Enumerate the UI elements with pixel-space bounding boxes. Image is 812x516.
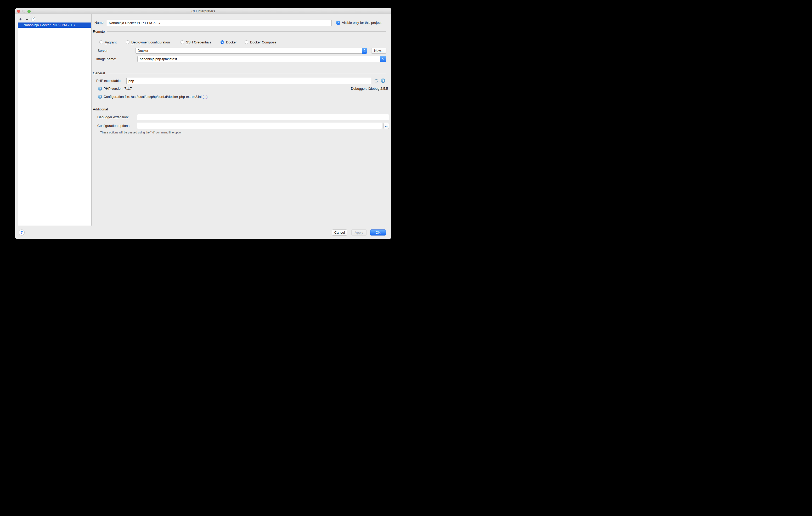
- additional-section-label: Additional: [93, 107, 108, 111]
- visible-project-label: Visible only for this project: [342, 20, 381, 26]
- apply-button[interactable]: Apply: [351, 229, 367, 235]
- remove-interpreter-button[interactable]: −: [26, 17, 29, 22]
- server-select-spinner-icon[interactable]: [362, 48, 367, 54]
- minimize-button[interactable]: [22, 10, 25, 13]
- general-section-label: General: [93, 71, 105, 75]
- php-version-info-icon: i: [98, 87, 102, 90]
- radio-deployment-configuration[interactable]: Deployment configuration: [126, 39, 170, 45]
- options-hint-text: These options will be passed using the "…: [100, 131, 182, 134]
- visible-project-checkbox[interactable]: ✓: [337, 21, 340, 25]
- remote-section-label: Remote: [93, 30, 105, 33]
- cancel-button[interactable]: Cancel: [332, 229, 347, 235]
- image-name-combobox[interactable]: nanoninja/php-fpm:latest: [137, 56, 386, 62]
- cli-interpreters-dialog: CLI Interpreters + − Nanoninja Docker PH…: [15, 8, 392, 239]
- interpreter-list: Nanoninja Docker PHP-FPM 7.1.7: [18, 23, 91, 226]
- image-name-dropdown-icon[interactable]: [380, 56, 386, 62]
- configuration-options-label: Configuration options:: [97, 123, 130, 129]
- image-name-value: nanoninja/php-fpm:latest: [140, 56, 177, 62]
- server-select-value: Docker: [138, 48, 148, 53]
- additional-section-header: Additional: [93, 107, 388, 111]
- radio-icon[interactable]: [180, 40, 184, 44]
- reload-php-info-icon[interactable]: [374, 79, 379, 84]
- name-input[interactable]: [107, 20, 332, 26]
- browse-options-button[interactable]: ...: [383, 123, 389, 129]
- image-name-label: Image name:: [96, 56, 116, 62]
- php-executable-label: PHP executable:: [96, 78, 122, 84]
- server-label: Server:: [97, 48, 109, 54]
- debugger-version-text: Debugger: Xdebug 2.5.5: [351, 86, 388, 91]
- radio-label: Docker: [226, 40, 237, 44]
- title-bar[interactable]: CLI Interpreters: [15, 8, 392, 14]
- debugger-extension-label: Debugger extension:: [97, 114, 129, 120]
- php-executable-input[interactable]: [126, 78, 371, 84]
- radio-label: Vagrant: [105, 40, 117, 44]
- ok-button[interactable]: OK: [370, 229, 386, 235]
- radio-ssh-credentials[interactable]: SSH Credentials: [180, 39, 211, 45]
- radio-docker-compose[interactable]: Docker Compose: [244, 39, 276, 45]
- help-button[interactable]: ?: [19, 229, 25, 235]
- config-file-text: Configuration file: /usr/local/etc/php/c…: [104, 94, 207, 99]
- config-file-expand-link[interactable]: (...): [202, 95, 208, 98]
- sidebar-divider: [91, 14, 92, 226]
- remote-section-header: Remote: [93, 30, 388, 33]
- config-file-info-icon: i: [98, 95, 102, 98]
- close-button[interactable]: [17, 10, 20, 13]
- configuration-options-input[interactable]: [137, 123, 382, 129]
- radio-label: SSH Credentials: [186, 40, 211, 44]
- new-server-button[interactable]: New...: [371, 48, 386, 54]
- config-file-path: Configuration file: /usr/local/etc/php/c…: [104, 95, 201, 98]
- radio-icon[interactable]: [99, 40, 103, 44]
- radio-vagrant[interactable]: Vagrant: [99, 39, 117, 45]
- traffic-lights: [17, 10, 31, 13]
- php-version-text: PHP version: 7.1.7: [104, 86, 132, 91]
- window-title: CLI Interpreters: [15, 8, 392, 14]
- radio-label: Deployment configuration: [131, 40, 170, 44]
- radio-selected-icon[interactable]: [221, 40, 224, 44]
- server-select[interactable]: Docker: [135, 48, 367, 54]
- list-item-interpreter[interactable]: Nanoninja Docker PHP-FPM 7.1.7: [18, 23, 91, 28]
- radio-docker[interactable]: Docker: [221, 39, 237, 45]
- section-divider: [107, 73, 386, 73]
- name-label: Name:: [94, 20, 105, 26]
- copy-interpreter-icon[interactable]: [31, 17, 36, 22]
- general-section-header: General: [93, 71, 388, 75]
- radio-label: Docker Compose: [250, 40, 276, 44]
- radio-icon[interactable]: [244, 40, 248, 44]
- radio-icon[interactable]: [126, 40, 129, 44]
- zoom-button[interactable]: [27, 10, 31, 13]
- section-divider: [107, 31, 386, 32]
- debugger-extension-input[interactable]: [137, 114, 389, 120]
- add-interpreter-button[interactable]: +: [19, 17, 22, 22]
- php-executable-info-icon: i: [381, 79, 385, 83]
